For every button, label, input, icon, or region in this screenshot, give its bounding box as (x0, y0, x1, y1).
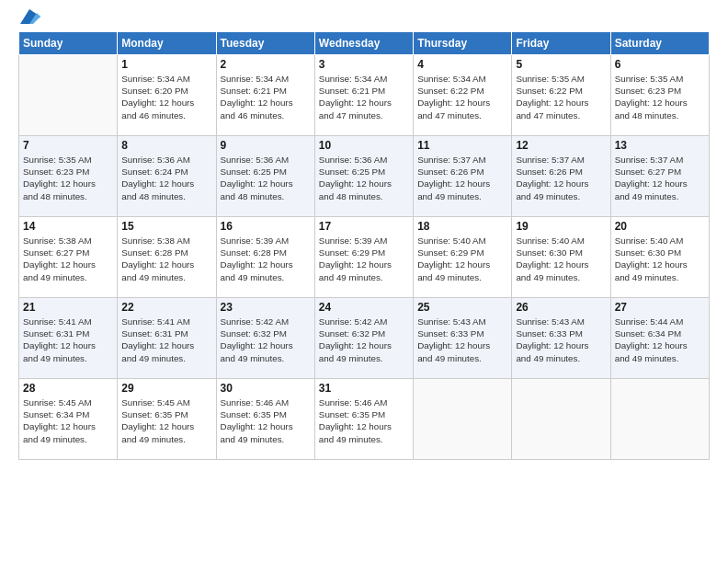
day-info: Sunrise: 5:42 AMSunset: 6:32 PMDaylight:… (319, 316, 409, 364)
day-number: 12 (516, 139, 606, 152)
calendar-day-cell: 10Sunrise: 5:36 AMSunset: 6:25 PMDayligh… (314, 136, 413, 217)
day-number: 22 (121, 301, 211, 314)
calendar-day-cell: 21Sunrise: 5:41 AMSunset: 6:31 PMDayligh… (19, 298, 118, 379)
day-number: 30 (221, 382, 311, 395)
logo-icon (20, 9, 40, 24)
day-info: Sunrise: 5:35 AMSunset: 6:22 PMDaylight:… (516, 73, 606, 121)
calendar-day-cell: 14Sunrise: 5:38 AMSunset: 6:27 PMDayligh… (19, 217, 118, 298)
day-number: 5 (516, 58, 606, 71)
day-number: 14 (23, 220, 113, 233)
day-info: Sunrise: 5:39 AMSunset: 6:29 PMDaylight:… (319, 235, 409, 283)
day-number: 18 (417, 220, 507, 233)
calendar-day-cell: 17Sunrise: 5:39 AMSunset: 6:29 PMDayligh… (314, 217, 413, 298)
calendar-day-cell (512, 379, 610, 460)
day-info: Sunrise: 5:36 AMSunset: 6:25 PMDaylight:… (221, 154, 311, 202)
calendar-day-cell: 18Sunrise: 5:40 AMSunset: 6:29 PMDayligh… (414, 217, 512, 298)
day-info: Sunrise: 5:45 AMSunset: 6:34 PMDaylight:… (23, 396, 113, 445)
calendar-header-tuesday: Tuesday (216, 32, 314, 55)
calendar-day-cell: 22Sunrise: 5:41 AMSunset: 6:31 PMDayligh… (118, 298, 216, 379)
day-info: Sunrise: 5:37 AMSunset: 6:26 PMDaylight:… (516, 154, 606, 202)
day-info: Sunrise: 5:42 AMSunset: 6:32 PMDaylight:… (221, 316, 311, 364)
calendar-day-cell: 6Sunrise: 5:35 AMSunset: 6:23 PMDaylight… (610, 55, 709, 136)
calendar-header-friday: Friday (512, 32, 610, 55)
day-info: Sunrise: 5:34 AMSunset: 6:21 PMDaylight:… (221, 73, 311, 121)
day-number: 7 (23, 139, 113, 152)
day-number: 23 (221, 301, 311, 314)
calendar-day-cell: 16Sunrise: 5:39 AMSunset: 6:28 PMDayligh… (216, 217, 314, 298)
day-number: 11 (417, 139, 507, 152)
day-number: 31 (319, 382, 409, 395)
day-number: 6 (615, 58, 705, 71)
day-info: Sunrise: 5:41 AMSunset: 6:31 PMDaylight:… (23, 316, 113, 364)
day-info: Sunrise: 5:40 AMSunset: 6:30 PMDaylight:… (516, 235, 606, 283)
day-info: Sunrise: 5:40 AMSunset: 6:30 PMDaylight:… (615, 235, 705, 283)
calendar-day-cell: 1Sunrise: 5:34 AMSunset: 6:20 PMDaylight… (118, 55, 216, 136)
day-number: 3 (319, 58, 409, 71)
page: SundayMondayTuesdayWednesdayThursdayFrid… (0, 0, 728, 563)
calendar-header-wednesday: Wednesday (314, 32, 413, 55)
day-info: Sunrise: 5:40 AMSunset: 6:29 PMDaylight:… (417, 235, 507, 283)
day-number: 16 (221, 220, 311, 233)
day-number: 17 (319, 220, 409, 233)
calendar-week-row: 1Sunrise: 5:34 AMSunset: 6:20 PMDaylight… (19, 55, 710, 136)
calendar-day-cell: 5Sunrise: 5:35 AMSunset: 6:22 PMDaylight… (512, 55, 610, 136)
calendar-day-cell: 28Sunrise: 5:45 AMSunset: 6:34 PMDayligh… (19, 379, 118, 460)
day-number: 19 (516, 220, 606, 233)
calendar-day-cell: 29Sunrise: 5:45 AMSunset: 6:35 PMDayligh… (118, 379, 216, 460)
day-info: Sunrise: 5:44 AMSunset: 6:34 PMDaylight:… (615, 316, 705, 364)
day-info: Sunrise: 5:39 AMSunset: 6:28 PMDaylight:… (221, 235, 311, 283)
day-number: 1 (121, 58, 211, 71)
logo-blue (18, 9, 40, 24)
calendar-day-cell: 3Sunrise: 5:34 AMSunset: 6:21 PMDaylight… (314, 55, 413, 136)
calendar-header-monday: Monday (118, 32, 216, 55)
calendar-week-row: 21Sunrise: 5:41 AMSunset: 6:31 PMDayligh… (19, 298, 710, 379)
day-info: Sunrise: 5:34 AMSunset: 6:22 PMDaylight:… (417, 73, 507, 121)
day-number: 21 (23, 301, 113, 314)
calendar-day-cell (414, 379, 512, 460)
calendar-day-cell: 31Sunrise: 5:46 AMSunset: 6:35 PMDayligh… (314, 379, 413, 460)
day-info: Sunrise: 5:38 AMSunset: 6:28 PMDaylight:… (121, 235, 211, 283)
calendar-day-cell: 4Sunrise: 5:34 AMSunset: 6:22 PMDaylight… (414, 55, 512, 136)
day-info: Sunrise: 5:43 AMSunset: 6:33 PMDaylight:… (417, 316, 507, 364)
day-info: Sunrise: 5:46 AMSunset: 6:35 PMDaylight:… (319, 396, 409, 445)
day-number: 10 (319, 139, 409, 152)
calendar-header-sunday: Sunday (19, 32, 118, 55)
calendar-day-cell: 2Sunrise: 5:34 AMSunset: 6:21 PMDaylight… (216, 55, 314, 136)
day-number: 20 (615, 220, 705, 233)
calendar-header-saturday: Saturday (610, 32, 709, 55)
day-number: 13 (615, 139, 705, 152)
header (18, 9, 710, 24)
day-number: 24 (319, 301, 409, 314)
day-number: 25 (417, 301, 507, 314)
calendar-week-row: 28Sunrise: 5:45 AMSunset: 6:34 PMDayligh… (19, 379, 710, 460)
day-number: 15 (121, 220, 211, 233)
calendar-day-cell: 24Sunrise: 5:42 AMSunset: 6:32 PMDayligh… (314, 298, 413, 379)
calendar-day-cell: 26Sunrise: 5:43 AMSunset: 6:33 PMDayligh… (512, 298, 610, 379)
calendar-header-thursday: Thursday (414, 32, 512, 55)
calendar-day-cell: 25Sunrise: 5:43 AMSunset: 6:33 PMDayligh… (414, 298, 512, 379)
day-number: 27 (615, 301, 705, 314)
calendar-day-cell: 8Sunrise: 5:36 AMSunset: 6:24 PMDaylight… (118, 136, 216, 217)
day-number: 9 (221, 139, 311, 152)
calendar-week-row: 7Sunrise: 5:35 AMSunset: 6:23 PMDaylight… (19, 136, 710, 217)
day-number: 29 (121, 382, 211, 395)
day-info: Sunrise: 5:34 AMSunset: 6:20 PMDaylight:… (121, 73, 211, 121)
day-number: 26 (516, 301, 606, 314)
calendar-day-cell: 23Sunrise: 5:42 AMSunset: 6:32 PMDayligh… (216, 298, 314, 379)
calendar-day-cell: 13Sunrise: 5:37 AMSunset: 6:27 PMDayligh… (610, 136, 709, 217)
day-info: Sunrise: 5:38 AMSunset: 6:27 PMDaylight:… (23, 235, 113, 283)
calendar-table: SundayMondayTuesdayWednesdayThursdayFrid… (18, 31, 710, 460)
calendar-day-cell: 9Sunrise: 5:36 AMSunset: 6:25 PMDaylight… (216, 136, 314, 217)
day-number: 4 (417, 58, 507, 71)
day-info: Sunrise: 5:46 AMSunset: 6:35 PMDaylight:… (221, 396, 311, 445)
day-info: Sunrise: 5:37 AMSunset: 6:27 PMDaylight:… (615, 154, 705, 202)
day-number: 8 (121, 139, 211, 152)
calendar-week-row: 14Sunrise: 5:38 AMSunset: 6:27 PMDayligh… (19, 217, 710, 298)
day-info: Sunrise: 5:36 AMSunset: 6:25 PMDaylight:… (319, 154, 409, 202)
logo (18, 9, 40, 24)
calendar-day-cell: 20Sunrise: 5:40 AMSunset: 6:30 PMDayligh… (610, 217, 709, 298)
calendar-day-cell: 7Sunrise: 5:35 AMSunset: 6:23 PMDaylight… (19, 136, 118, 217)
calendar-day-cell: 11Sunrise: 5:37 AMSunset: 6:26 PMDayligh… (414, 136, 512, 217)
calendar-day-cell: 12Sunrise: 5:37 AMSunset: 6:26 PMDayligh… (512, 136, 610, 217)
day-info: Sunrise: 5:37 AMSunset: 6:26 PMDaylight:… (417, 154, 507, 202)
